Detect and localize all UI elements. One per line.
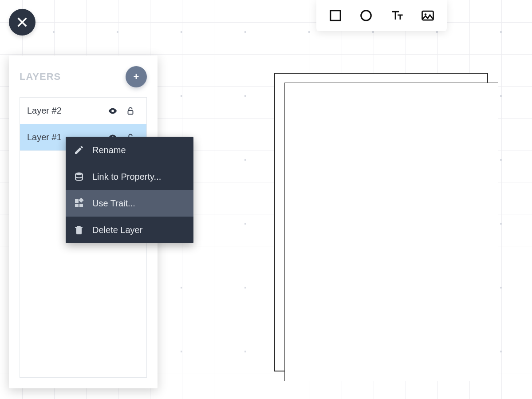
- context-item-label: Delete Layer: [92, 225, 142, 235]
- square-icon: [329, 9, 342, 22]
- add-layer-button[interactable]: +: [126, 66, 147, 87]
- widgets-icon: [74, 198, 84, 209]
- tool-image[interactable]: [414, 2, 441, 29]
- close-button[interactable]: [9, 9, 35, 36]
- svg-rect-13: [79, 204, 83, 207]
- svg-point-3: [361, 11, 371, 21]
- svg-point-5: [425, 13, 427, 16]
- pencil-icon: [74, 145, 84, 155]
- lock-open-icon: [126, 106, 135, 116]
- layer-row[interactable]: Layer #2: [20, 98, 146, 124]
- context-item-use-trait[interactable]: Use Trait...: [66, 190, 193, 217]
- context-item-link-property[interactable]: Link to Property...: [66, 163, 193, 190]
- layers-panel-title: LAYERS: [20, 71, 61, 83]
- image-icon: [421, 9, 434, 22]
- database-icon: [74, 171, 84, 182]
- trash-icon: [74, 225, 84, 235]
- plus-icon: +: [134, 71, 139, 83]
- lock-toggle[interactable]: [122, 106, 139, 116]
- context-item-label: Use Trait...: [92, 198, 135, 209]
- layer-name: Layer #2: [27, 106, 104, 116]
- layer-context-menu: Rename Link to Property... Use Trait... …: [66, 137, 193, 243]
- circle-icon: [359, 9, 373, 22]
- visibility-toggle[interactable]: [104, 106, 122, 116]
- shape-toolbar: [316, 0, 447, 31]
- svg-rect-7: [128, 111, 133, 114]
- svg-rect-2: [331, 11, 341, 21]
- tool-rectangle[interactable]: [322, 2, 349, 29]
- svg-point-10: [75, 173, 83, 175]
- context-item-label: Rename: [92, 145, 126, 155]
- svg-rect-14: [79, 198, 83, 203]
- close-icon: [16, 16, 28, 28]
- context-item-rename[interactable]: Rename: [66, 137, 193, 163]
- eye-icon: [108, 106, 118, 116]
- artboard-front[interactable]: [284, 83, 498, 381]
- svg-rect-12: [75, 204, 79, 207]
- tool-text[interactable]: [384, 2, 410, 29]
- layers-panel-header: LAYERS +: [20, 66, 147, 87]
- tool-circle[interactable]: [353, 2, 379, 29]
- context-item-delete-layer[interactable]: Delete Layer: [66, 217, 193, 243]
- text-icon: [390, 9, 404, 22]
- svg-rect-11: [75, 199, 79, 203]
- context-item-label: Link to Property...: [92, 172, 161, 182]
- svg-point-6: [111, 110, 114, 112]
